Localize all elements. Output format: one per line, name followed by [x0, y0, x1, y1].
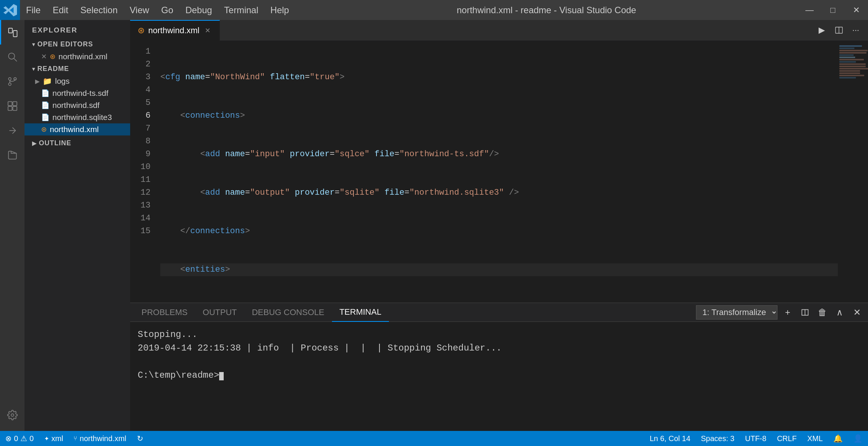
- collapse-arrow-open-editors: ▾: [32, 41, 35, 48]
- readme-section[interactable]: ▾ README: [25, 63, 130, 75]
- status-branch[interactable]: ⑂ northwind.xml: [68, 431, 131, 446]
- tab-terminal[interactable]: TERMINAL: [332, 303, 389, 322]
- status-right: Ln 6, Col 14 Spaces: 3 UTF-8 CRLF XML 🔔 …: [644, 431, 868, 446]
- tab-problems[interactable]: PROBLEMS: [134, 303, 195, 322]
- spaces-text: Spaces: 3: [701, 434, 734, 443]
- xml-lang-label: xml: [51, 434, 63, 443]
- menu-items: File Edit Selection View Go Debug Termin…: [20, 0, 295, 20]
- editor-content[interactable]: 1 2 3 4 5 6 7 8 9 10 11 12 13 14 15: [130, 41, 868, 303]
- menu-help[interactable]: Help: [264, 0, 295, 20]
- line-num-14: 14: [130, 212, 151, 225]
- activity-explorer[interactable]: [0, 20, 25, 45]
- new-terminal-button[interactable]: +: [780, 305, 795, 320]
- encoding-text: UTF-8: [745, 434, 767, 443]
- status-xml-lang[interactable]: ✦ xml: [39, 431, 68, 446]
- position-text: Ln 6, Col 14: [650, 434, 690, 443]
- language-text: XML: [807, 434, 823, 443]
- code-editor[interactable]: <cfg name="NorthWind" flatten="true"> <c…: [157, 41, 838, 303]
- sidebar-filename: northwind-ts.sdf: [52, 89, 108, 98]
- status-errors[interactable]: ⊗ 0 ⚠ 0: [0, 431, 39, 446]
- status-spaces[interactable]: Spaces: 3: [696, 431, 740, 446]
- sidebar-item-northwind-xml[interactable]: ⊛ northwind.xml: [25, 123, 130, 135]
- menu-view[interactable]: View: [124, 0, 155, 20]
- sidebar-filename: northwind.sqlite3: [52, 113, 112, 122]
- sidebar-item-logs[interactable]: ▶ 📁 logs: [25, 75, 130, 87]
- terminal-content[interactable]: Stopping... 2019-04-14 22:15:38 | info |…: [130, 322, 868, 431]
- code-line-3: <add name="input" provider="sqlce" file=…: [160, 148, 838, 161]
- sidebar-filename-active: northwind.xml: [50, 125, 99, 134]
- activity-settings[interactable]: [0, 403, 25, 427]
- close-button[interactable]: ✕: [845, 0, 868, 20]
- menu-selection[interactable]: Selection: [74, 0, 124, 20]
- sidebar-item-northwind-sqlite3[interactable]: 📄 northwind.sqlite3: [25, 111, 130, 123]
- code-line-5: </connections>: [160, 225, 838, 238]
- tab-close-button[interactable]: ✕: [203, 26, 212, 35]
- panel-tabs: PROBLEMS OUTPUT DEBUG CONSOLE TERMINAL 1…: [130, 303, 868, 322]
- warning-count: 0: [29, 434, 34, 443]
- split-terminal-button[interactable]: [798, 305, 812, 320]
- terminal-select[interactable]: 1: Transformalize: [696, 305, 777, 320]
- file-icon-sqlite: 📄: [41, 113, 49, 121]
- activity-search[interactable]: [0, 45, 25, 69]
- activity-source-control[interactable]: [0, 69, 25, 94]
- editor-area: ⊛ northwind.xml ✕ ▶ ···: [130, 20, 868, 431]
- menu-file[interactable]: File: [20, 0, 47, 20]
- status-position[interactable]: Ln 6, Col 14: [644, 431, 696, 446]
- sidebar-item-northwind-ts-sdf[interactable]: 📄 northwind-ts.sdf: [25, 87, 130, 99]
- svg-point-11: [11, 414, 14, 416]
- panel: PROBLEMS OUTPUT DEBUG CONSOLE TERMINAL 1…: [130, 303, 868, 431]
- main-layout: Explorer ▾ OPEN EDITORS ✕ ⊛ northwind.xm…: [0, 20, 868, 431]
- split-editor-button[interactable]: [830, 22, 847, 39]
- collapse-arrow-outline: ▶: [32, 140, 37, 147]
- tab-debug-console[interactable]: DEBUG CONSOLE: [244, 303, 332, 322]
- open-editors-section[interactable]: ▾ OPEN EDITORS: [25, 38, 130, 51]
- menu-go[interactable]: Go: [155, 0, 179, 20]
- line-num-1: 1: [130, 45, 151, 58]
- more-actions-button[interactable]: ···: [847, 22, 864, 39]
- file-icon-sdf2: 📄: [41, 101, 49, 109]
- status-eol[interactable]: CRLF: [772, 431, 802, 446]
- status-notifications[interactable]: 🔔: [828, 431, 848, 446]
- tab-northwind-xml[interactable]: ⊛ northwind.xml ✕: [130, 20, 220, 41]
- explorer-title: Explorer: [25, 20, 130, 38]
- outline-section[interactable]: ▶ OUTLINE: [25, 137, 130, 149]
- status-language[interactable]: XML: [802, 431, 828, 446]
- code-line-2: <connections>: [160, 109, 838, 122]
- status-sync[interactable]: ↻: [132, 431, 149, 446]
- run-button[interactable]: ▶: [813, 22, 830, 39]
- activity-test[interactable]: [0, 143, 25, 167]
- line-num-2: 2: [130, 58, 151, 71]
- tab-file-icon: ⊛: [138, 26, 144, 35]
- status-encoding[interactable]: UTF-8: [740, 431, 772, 446]
- sidebar-item-northwind-sdf[interactable]: 📄 northwind.sdf: [25, 99, 130, 111]
- sidebar-filename: logs: [55, 77, 70, 86]
- outline-label: OUTLINE: [39, 139, 71, 147]
- status-user[interactable]: 👤: [848, 431, 868, 446]
- maximize-panel-button[interactable]: ∧: [833, 305, 847, 320]
- tab-output[interactable]: OUTPUT: [195, 303, 244, 322]
- delete-terminal-button[interactable]: 🗑: [815, 305, 830, 320]
- panel-right: 1: Transformalize + 🗑 ∧ ✕: [696, 305, 864, 320]
- folder-arrow: ▶: [35, 78, 40, 85]
- open-editor-northwind-xml[interactable]: ✕ ⊛ northwind.xml: [25, 51, 130, 63]
- eol-text: CRLF: [777, 434, 797, 443]
- line-num-10: 10: [130, 161, 151, 174]
- svg-rect-8: [13, 102, 17, 106]
- activity-extensions[interactable]: [0, 94, 25, 118]
- file-close-icon[interactable]: ✕: [41, 52, 47, 61]
- branch-icon: ⑂: [74, 435, 77, 442]
- menu-debug[interactable]: Debug: [179, 0, 218, 20]
- branch-name: northwind.xml: [80, 434, 126, 443]
- maximize-button[interactable]: □: [821, 0, 845, 20]
- close-panel-button[interactable]: ✕: [850, 305, 864, 320]
- line-num-3: 3: [130, 71, 151, 84]
- menu-edit[interactable]: Edit: [47, 0, 74, 20]
- svg-point-4: [8, 77, 11, 80]
- minimize-button[interactable]: —: [798, 0, 821, 20]
- minimap-content: [838, 41, 868, 84]
- menu-terminal[interactable]: Terminal: [218, 0, 264, 20]
- activity-run[interactable]: [0, 118, 25, 143]
- folder-icon: 📁: [43, 77, 52, 86]
- sidebar-filename: northwind.sdf: [52, 101, 100, 110]
- tab-bar: ⊛ northwind.xml ✕ ▶ ···: [130, 20, 868, 41]
